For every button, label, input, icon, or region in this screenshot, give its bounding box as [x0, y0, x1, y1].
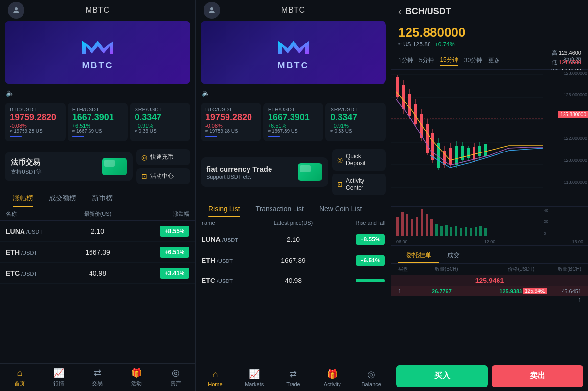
p2-btc-indicator [205, 136, 217, 137]
p3-high-val: 126.4600 [559, 50, 581, 56]
p1-nav-trade[interactable]: ⇄ 交易 [78, 364, 117, 391]
table-row[interactable]: ETH /USDT 1667.39 +6.51% [196, 250, 391, 271]
svg-point-0 [15, 7, 18, 10]
p1-header: MBTC [0, 0, 195, 21]
p2-xrp-usd: ≈ 0.33 US [330, 129, 381, 134]
p2-nav-home[interactable]: ⌂ Home [196, 365, 235, 391]
p2-nav-market[interactable]: 📈 Markets [235, 365, 274, 391]
ticker-eth[interactable]: ETH/USDT 1667.3901 +6.51% ≈ 1667.39 US [68, 103, 128, 141]
ticker-btc[interactable]: BTC/USDT 19759.2820 -0.08% ≈ 19759.28 US [5, 103, 66, 141]
buy-button[interactable]: 买入 [396, 365, 488, 387]
p1-nav-trade-label: 交易 [92, 380, 103, 387]
p2-etc-price: 40.98 [263, 277, 324, 284]
panel-left: MBTC MBTC 🔈 BTC/USDT 19759.2820 -0.08 [0, 0, 196, 391]
chart-tab-5m[interactable]: 5分钟 [419, 55, 434, 66]
ticker-xrp[interactable]: XRP/USDT 0.3347 +0.91% ≈ 0.33 US [130, 103, 190, 141]
p3-back-button[interactable]: ‹ [398, 6, 402, 17]
p1-announce: 🔈 [0, 87, 195, 99]
p1-fiat-title: 法币交易 [11, 158, 97, 167]
p2-th-change: Rise and fall [324, 220, 385, 226]
p2-luna-price: 2.10 [263, 236, 324, 243]
table-row[interactable]: ETC /USDT 40.98 [196, 271, 391, 290]
svg-rect-55 [460, 228, 462, 236]
p1-nav-assets-label: 资产 [170, 380, 181, 387]
p2-table-header: name Latest price(US) Rise and fall [196, 217, 391, 229]
table-row[interactable]: LUNA /USDT 2.10 +8.55% [0, 221, 195, 242]
p1-mid-section: 法币交易 支持USDT等 ◎ 快速充币 ⊡ 活动中心 [0, 145, 195, 188]
p1-avatar-icon[interactable] [8, 2, 24, 19]
p2-tickers: BTC/USDT 19759.2820 -0.08% ≈ 19759.28 US… [196, 99, 391, 145]
p2-tab-transaction[interactable]: Transaction List [248, 201, 312, 217]
svg-text:20K: 20K [544, 219, 548, 224]
p1-tab-newcoin[interactable]: 新币榜 [84, 190, 120, 207]
p1-quick-deposit[interactable]: ◎ 快速充币 [136, 149, 190, 165]
p2-avatar-icon[interactable] [204, 2, 220, 19]
p2-activity-label: Activity Center [346, 177, 381, 191]
btc-price: 19759.2820 [10, 112, 61, 123]
p2-tab-rising[interactable]: Rising List [201, 201, 248, 217]
chart-tab-30m[interactable]: 30分钟 [464, 55, 482, 66]
p2-nav-balance[interactable]: ◎ Balance [352, 365, 391, 391]
p3-price-section: 125.880000 ≈ US 125.88 +0.74% 高 126.4600… [391, 23, 588, 51]
p2-ticker-btc[interactable]: BTC/USDT 19759.2820 -0.08% ≈ 19759.28 US [201, 103, 261, 141]
ob-row[interactable]: 1 26.7767 125.9383 125.9461 45.6451 [391, 286, 588, 296]
coin-name-luna: LUNA /USDT [6, 227, 67, 236]
chart-tab-1m[interactable]: 1分钟 [398, 55, 413, 66]
p2-ticker-eth[interactable]: ETH/USDT 1667.3901 +6.51% ≈ 1667.39 US [263, 103, 324, 141]
p1-nav-market[interactable]: 📈 行情 [39, 364, 78, 391]
p2-mid-section: fiat currency Trade Support USDT etc. ◎ … [196, 145, 391, 199]
ob-highlight-price: 125.9461 [523, 288, 547, 294]
time-labels: 06:00 12:00 16:00 [391, 239, 588, 245]
p2-quick-deposit-label: Quick Deposit [346, 153, 381, 167]
p1-tab-transaction[interactable]: 成交额榜 [41, 190, 84, 207]
p2-home-icon: ⌂ [212, 369, 218, 380]
p3-high-row: 高 126.4600 [551, 48, 581, 58]
p2-tab-newcoin[interactable]: New Coin List [312, 201, 369, 217]
chart-tab-15m[interactable]: 15分钟 [440, 54, 458, 66]
p2-ticker-xrp[interactable]: XRP/USDT 0.3347 +0.91% ≈ 0.33 US [325, 103, 386, 141]
p1-list-tabs: 涨幅榜 成交额榜 新币榜 [0, 188, 195, 207]
svg-rect-52 [445, 225, 448, 236]
ob-sell-1: 1 [544, 297, 581, 303]
p2-btc-change: -0.08% [205, 123, 256, 129]
p1-activity-center[interactable]: ⊡ 活动中心 [136, 168, 190, 184]
svg-text:40K: 40K [544, 208, 548, 213]
p2-activity-center[interactable]: ⊡ Activity Center [332, 174, 386, 195]
table-row[interactable]: ETC /USDT 40.98 +3.41% [0, 263, 195, 284]
table-row[interactable]: ETH /USDT 1667.39 +6.51% [0, 242, 195, 263]
svg-rect-53 [450, 227, 452, 236]
svg-rect-49 [430, 219, 433, 236]
p1-nav-home[interactable]: ⌂ 首页 [0, 364, 39, 391]
svg-point-2 [210, 7, 213, 10]
ob-sell-side-row: 1 [391, 296, 588, 304]
table-row[interactable]: LUNA /USDT 2.10 +8.55% [196, 229, 391, 250]
p3-low-val: 124.6500 [559, 59, 581, 65]
p2-btc-usd: ≈ 19759.28 US [205, 129, 256, 134]
p1-logo-text: MBTC [82, 61, 113, 71]
p1-nav-activity[interactable]: 🎁 活动 [117, 364, 156, 391]
svg-text:0: 0 [544, 231, 546, 236]
p1-tab-rising[interactable]: 涨幅榜 [5, 190, 41, 207]
p2-fiat-card[interactable]: fiat currency Trade Support USDT etc. [201, 157, 328, 187]
p2-banner: MBTC [201, 21, 386, 84]
ob-h-buy-qty: 数量(BCH) [435, 266, 508, 273]
p1-card-visual [102, 158, 127, 175]
btc-indicator [10, 136, 22, 137]
p1-nav-assets[interactable]: ◎ 资产 [156, 364, 195, 391]
p1-fiat-card[interactable]: 法币交易 支持USDT等 [5, 152, 133, 181]
xrp-change: +0.91% [135, 123, 185, 129]
ob-tab-pending[interactable]: 委托挂单 [398, 248, 439, 263]
sell-button[interactable]: 卖出 [492, 365, 583, 387]
y-label-122: 122.000000 [564, 136, 587, 141]
ob-tab-traded[interactable]: 成交 [439, 248, 468, 263]
p2-fiat-title: fiat currency Trade [206, 165, 293, 173]
p3-chart-area: 128.000000 126.000000 124.000000 122.000… [391, 70, 588, 207]
p2-card-visual [298, 163, 322, 181]
volume-svg: 40K 20K 0 [391, 207, 548, 236]
p2-nav-trade[interactable]: ⇄ Trade [274, 365, 313, 391]
p2-quick-deposit[interactable]: ◎ Quick Deposit [332, 149, 386, 171]
chart-tab-more[interactable]: 更多 [488, 55, 500, 66]
p2-nav-activity[interactable]: 🎁 Activity [313, 365, 352, 391]
p2-btc-price: 19759.2820 [205, 112, 256, 123]
p1-fiat-text: 法币交易 支持USDT等 [11, 158, 97, 175]
